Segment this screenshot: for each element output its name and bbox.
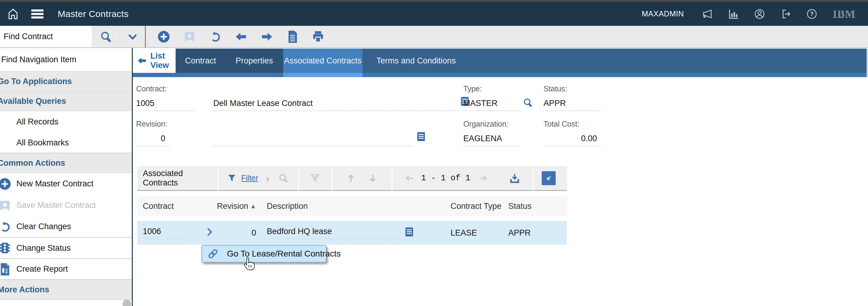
- tab-associated-contracts[interactable]: Associated Contracts: [283, 48, 363, 73]
- minimize-section-icon[interactable]: [542, 171, 556, 185]
- new-record-icon[interactable]: [157, 30, 171, 44]
- table-row[interactable]: 1006 0 Bedford HQ lease LEASE APPR: [137, 221, 567, 245]
- download-icon[interactable]: [508, 172, 521, 184]
- record-tabbar: List View Contract Properties Associated…: [133, 48, 868, 73]
- description-value[interactable]: Dell Master Lease Contract: [213, 98, 456, 111]
- previous-record-icon[interactable]: [234, 30, 248, 44]
- sidebar-section-go-to-applications[interactable]: Go To Applications: [0, 72, 132, 92]
- table-header-row: Contract Revision ▲ Description Contract…: [137, 196, 567, 216]
- tab-properties[interactable]: Properties: [225, 48, 283, 73]
- col-header-contract-type[interactable]: Contract Type: [451, 202, 508, 211]
- sidebar-section-more-actions[interactable]: More Actions: [0, 279, 132, 300]
- find-navigation-input[interactable]: [1, 55, 123, 64]
- sidebar-item-create-report[interactable]: Create Report: [0, 258, 132, 279]
- svg-text:IBM: IBM: [833, 8, 856, 20]
- col-header-contract[interactable]: Contract: [137, 202, 206, 211]
- revision-field: Revision: 0: [136, 120, 169, 146]
- master-contracts-app: Master Contracts MAXADMIN ? IBM: [0, 0, 868, 306]
- page-title: Master Contracts: [58, 9, 128, 19]
- sidebar-item-new-master-contract[interactable]: New Master Contract: [0, 173, 132, 195]
- total-cost-field: Total Cost: 0.00: [544, 120, 601, 146]
- reports-chart-icon[interactable]: [727, 8, 739, 20]
- window-top-edge: [0, 0, 868, 2]
- find-navigation-box: [0, 48, 132, 72]
- status-value[interactable]: APPR: [544, 98, 601, 111]
- print-icon[interactable]: [311, 30, 325, 44]
- main-content: List View Contract Properties Associated…: [133, 48, 868, 306]
- type-lookup-icon[interactable]: [523, 97, 533, 109]
- tab-contract[interactable]: Contract: [176, 48, 225, 73]
- clear-filter-icon: [310, 173, 320, 183]
- tab-list-view[interactable]: List View: [133, 48, 176, 73]
- total-cost-value[interactable]: 0.00: [544, 133, 601, 146]
- sidebar-item-all-records[interactable]: All Records: [0, 111, 132, 133]
- associated-contracts-toolbar: Associated Contracts Filter ›: [137, 166, 567, 191]
- menu-icon[interactable]: [29, 6, 45, 22]
- section-title: Associated Contracts: [137, 169, 218, 188]
- status-field: Status: APPR: [544, 84, 601, 111]
- type-field: Type: MASTER: [463, 84, 521, 111]
- top-navbar: Master Contracts MAXADMIN ? IBM: [0, 0, 868, 26]
- row-detail-chevron-icon[interactable]: [206, 227, 220, 239]
- filter-funnel-icon[interactable]: [227, 173, 237, 183]
- sidebar-item-save-master-contract: Save Master Contract: [0, 195, 132, 216]
- svg-text:?: ?: [810, 10, 814, 17]
- pagination-label: 1 - 1 of 1: [421, 174, 470, 183]
- description-field: Dell Master Lease Contract: [213, 84, 456, 111]
- col-header-description[interactable]: Description: [267, 202, 405, 211]
- row-long-description-icon[interactable]: [405, 227, 426, 240]
- revision-long-description-icon[interactable]: [417, 131, 425, 143]
- sidebar-item-clear-changes[interactable]: Clear Changes: [0, 216, 132, 237]
- organization-field: Organization: EAGLENA: [463, 120, 521, 146]
- sidebar-item-all-bookmarks[interactable]: All Bookmarks: [0, 133, 132, 153]
- home-icon[interactable]: [5, 6, 21, 22]
- row-contract-value[interactable]: 1006: [143, 227, 184, 239]
- report-icon: [0, 262, 13, 276]
- tab-terms-and-conditions[interactable]: Terms and Conditions: [363, 48, 470, 73]
- sidebar-scrollbar-thumb[interactable]: [123, 299, 131, 306]
- sidebar-item-change-status[interactable]: Change Status: [0, 237, 132, 258]
- row-status-value: APPR: [508, 228, 567, 238]
- help-icon[interactable]: ?: [806, 8, 817, 20]
- navigation-sidebar: Go To Applications Available Queries All…: [0, 48, 133, 306]
- next-row-icon: [367, 173, 378, 184]
- logout-icon[interactable]: [780, 8, 792, 20]
- row-contract-type-value: LEASE: [451, 228, 508, 238]
- search-button[interactable]: [92, 26, 120, 47]
- go-to-lease-rental-contracts-popup[interactable]: Go To Lease/Rental Contracts: [202, 245, 327, 263]
- find-record-box: [0, 26, 92, 47]
- contract-field: Contract: 1005: [136, 84, 194, 111]
- tabbar-underline: [133, 73, 868, 77]
- type-value[interactable]: MASTER: [463, 98, 521, 111]
- sidebar-section-available-queries[interactable]: Available Queries: [0, 92, 132, 111]
- table-search-icon: [278, 173, 289, 184]
- revision-value[interactable]: 0: [136, 133, 169, 146]
- row-revision-value: 0: [252, 228, 256, 238]
- plus-circle-icon: [0, 177, 13, 191]
- next-page-icon: [477, 173, 489, 184]
- filter-expand-chevron-icon[interactable]: ›: [266, 173, 270, 183]
- find-record-input[interactable]: [4, 32, 89, 41]
- sidebar-section-common-actions[interactable]: Common Actions: [0, 153, 132, 173]
- back-arrow-icon: [136, 55, 147, 66]
- attachments-document-icon[interactable]: [286, 30, 299, 44]
- search-options-chevron[interactable]: [120, 26, 145, 47]
- organization-value[interactable]: EAGLENA: [463, 133, 521, 146]
- col-header-revision[interactable]: Revision ▲: [217, 202, 256, 211]
- record-toolbar: [0, 26, 868, 48]
- previous-page-icon: [404, 173, 415, 184]
- logged-in-user: MAXADMIN: [642, 9, 684, 18]
- tabbar-underline-active: [283, 73, 363, 77]
- announcement-icon[interactable]: [702, 8, 713, 20]
- row-description-value[interactable]: Bedford HQ lease: [267, 227, 403, 239]
- filter-link[interactable]: Filter: [241, 174, 258, 182]
- clear-changes-icon[interactable]: [209, 30, 222, 43]
- associated-contracts-table: Contract Revision ▲ Description Contract…: [137, 196, 567, 245]
- contract-value[interactable]: 1005: [136, 98, 194, 111]
- col-header-status[interactable]: Status: [508, 202, 567, 211]
- ibm-logo: IBM: [832, 8, 860, 20]
- next-record-icon[interactable]: [260, 30, 274, 44]
- user-profile-icon[interactable]: [754, 8, 765, 20]
- window-right-edge: [866, 48, 868, 77]
- revision-description-value[interactable]: [213, 133, 412, 146]
